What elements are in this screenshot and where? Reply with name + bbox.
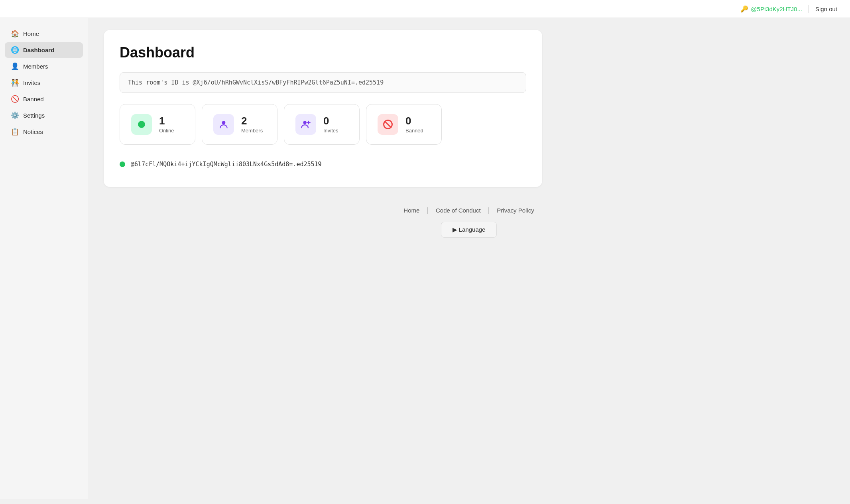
topbar-user: 🔑 @5Pt3dKy2HTJ0... [740,5,802,13]
sidebar-label-home: Home [23,30,39,37]
sidebar-item-invites[interactable]: 🧑‍🤝‍🧑 Invites [5,75,83,91]
online-icon-wrap [131,114,152,135]
stat-card-invites: 0 Invites [284,104,360,145]
svg-point-1 [303,121,307,124]
footer-link-code-of-conduct[interactable]: Code of Conduct [429,207,488,214]
svg-line-5 [385,121,391,127]
settings-icon: ⚙️ [10,111,19,120]
stat-info-members: 2 Members [241,115,263,134]
layout: 🏠 Home 🌐 Dashboard 👤 Members 🧑‍🤝‍🧑 Invit… [0,18,850,499]
member-online-dot [120,161,125,167]
invites-count: 0 [323,115,338,127]
members-icon-wrap [213,114,234,135]
online-label: Online [159,128,174,134]
notices-icon: 📋 [10,128,19,136]
invites-icon-wrap [295,114,316,135]
sidebar-label-invites: Invites [23,79,40,86]
members-label: Members [241,128,263,134]
stat-card-members: 2 Members [202,104,277,145]
footer: Home | Code of Conduct | Privacy Policy … [104,187,834,250]
stat-info-online: 1 Online [159,115,174,134]
sidebar-item-home[interactable]: 🏠 Home [5,26,83,41]
member-item: @6l7cFl/MQOki4+ijYCkIgQMcWglii803LNx4Gs5… [120,158,526,171]
banned-icon: 🚫 [10,95,19,103]
stat-info-banned: 0 Banned [405,115,423,134]
online-count: 1 [159,115,174,127]
content-card: Dashboard This room's ID is @Xj6/oU/hRhG… [104,30,542,187]
sidebar-label-members: Members [23,63,48,70]
banned-icon-wrap [378,114,398,135]
stat-info-invites: 0 Invites [323,115,338,134]
banned-svg-icon [382,119,394,130]
topbar-username: @5Pt3dKy2HTJ0... [751,6,802,12]
page-title: Dashboard [120,44,526,61]
members-icon: 👤 [10,62,19,71]
invites-icon: 🧑‍🤝‍🧑 [10,79,19,87]
sidebar-item-banned[interactable]: 🚫 Banned [5,91,83,107]
sidebar-item-settings[interactable]: ⚙️ Settings [5,108,83,123]
stat-card-online: 1 Online [120,104,195,145]
members-svg-icon [218,119,229,130]
svg-point-0 [222,121,226,124]
members-count: 2 [241,115,263,127]
key-icon: 🔑 [740,5,748,13]
member-id: @6l7cFl/MQOki4+ijYCkIgQMcWglii803LNx4Gs5… [131,161,322,168]
invites-label: Invites [323,128,338,134]
invites-svg-icon [300,119,311,130]
sidebar-item-members[interactable]: 👤 Members [5,59,83,74]
dashboard-icon: 🌐 [10,46,19,54]
language-button[interactable]: ▶ Language [441,222,497,238]
home-icon: 🏠 [10,30,19,38]
sidebar-label-banned: Banned [23,96,44,102]
sidebar-label-notices: Notices [23,128,43,135]
footer-link-privacy-policy[interactable]: Privacy Policy [490,207,541,214]
footer-links: Home | Code of Conduct | Privacy Policy [396,206,541,215]
sidebar-label-settings: Settings [23,112,45,119]
sidebar-label-dashboard: Dashboard [23,47,54,53]
sidebar-item-notices[interactable]: 📋 Notices [5,124,83,140]
topbar: 🔑 @5Pt3dKy2HTJ0... Sign out [0,0,850,18]
main-content: Dashboard This room's ID is @Xj6/oU/hRhG… [88,18,850,499]
stats-row: 1 Online 2 Members [120,104,526,145]
topbar-divider [809,5,809,13]
sidebar: 🏠 Home 🌐 Dashboard 👤 Members 🧑‍🤝‍🧑 Invit… [0,18,88,499]
room-id-box: This room's ID is @Xj6/oU/hRhGWvNclXisS/… [120,72,526,93]
sidebar-item-dashboard[interactable]: 🌐 Dashboard [5,42,83,58]
stat-card-banned: 0 Banned [366,104,442,145]
banned-label: Banned [405,128,423,134]
banned-count: 0 [405,115,423,127]
footer-link-home[interactable]: Home [396,207,427,214]
signout-button[interactable]: Sign out [815,6,837,12]
online-dot [138,121,145,128]
